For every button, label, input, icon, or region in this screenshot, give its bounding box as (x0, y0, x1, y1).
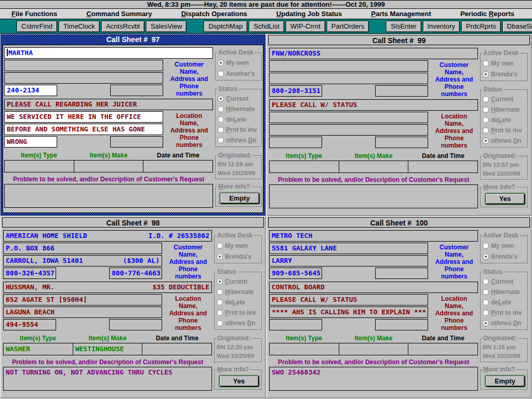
menu-command-summary[interactable]: Command Summary (86, 10, 152, 18)
customer-city-field[interactable] (269, 73, 428, 84)
customer-phone1-field[interactable]: 909-685-5645 (269, 268, 322, 279)
problem-field[interactable] (269, 184, 478, 208)
status-option-prnt-to-inv[interactable]: Prnt to inv (218, 125, 261, 135)
status-option-prnt-to-inv[interactable]: Prnt to inv (217, 308, 261, 318)
menu-file-functions[interactable]: File Functions (11, 10, 57, 18)
status-option-delete[interactable]: deLete (483, 115, 527, 125)
location-city-field[interactable]: **** AHS IS CALLING HIM TO EXPLAIN *** (269, 307, 428, 318)
location-phone2-field[interactable] (375, 137, 428, 148)
location-name-field[interactable]: CONTROL BOARD (269, 282, 478, 293)
radio-my-own[interactable]: My own (217, 240, 261, 251)
location-name-field[interactable]: PLEASE CALL W/ STATUS (269, 99, 478, 111)
location-name-field[interactable]: HUSSMAN, MR.$35 DEDUCTIBLE (3, 282, 212, 293)
problem-field[interactable] (4, 184, 213, 208)
customer-phone2-field[interactable]: 800-776-4663 (109, 268, 162, 279)
customer-city-field[interactable]: LARRY (269, 255, 428, 267)
location-address-field[interactable]: WE SERVICED IT HERE IN THE OFFICE (4, 111, 163, 123)
location-phone2-field[interactable] (375, 319, 428, 330)
status-option-hibernate[interactable]: Hibernate (483, 287, 527, 297)
customer-phone2-field[interactable] (375, 268, 428, 279)
radio-brendas[interactable]: Brenda's (483, 69, 527, 79)
toolbar-button-prdcrprts[interactable]: PrdcRprts (461, 21, 501, 32)
radio-anothers[interactable]: Another's (218, 68, 261, 79)
status-option-hibernate[interactable]: Hibernate (483, 104, 527, 115)
location-phone1-field[interactable] (269, 319, 322, 330)
status-option-othrws-dn[interactable]: othrws Dn (217, 318, 261, 328)
location-city-field[interactable] (269, 124, 428, 136)
customer-name-field[interactable]: FNW/NORCROSS (269, 48, 478, 59)
status-option-othrws-dn[interactable]: othrws Dn (483, 136, 527, 146)
radio-my-own[interactable]: My own (483, 240, 527, 251)
toolbar-button-salesview[interactable]: SalesView (146, 21, 187, 32)
menu-updating-job-status[interactable]: Updating Job Status (276, 10, 342, 18)
location-city-field[interactable]: BEFORE AND SOMETHING ELSE HAS GONE (4, 124, 163, 135)
status-option-current[interactable]: Current (218, 94, 261, 104)
radio-my-own[interactable]: My own (218, 57, 261, 68)
status-option-hibernate[interactable]: Hibernate (217, 287, 261, 297)
radio-brendas[interactable]: Brenda's (483, 251, 527, 262)
customer-city-field[interactable] (4, 72, 163, 84)
problem-field[interactable]: NOT TURNING ON, NOT ADVANCING THRU CYCLE… (3, 367, 212, 391)
toolbar-button-acntsrcvbl[interactable]: AcntsRcvbl (101, 21, 144, 32)
toolbar-button-timeclock[interactable]: TimeClock (59, 21, 100, 32)
item-make-field[interactable] (339, 343, 409, 355)
location-phone2-field[interactable] (110, 136, 163, 148)
customer-phone2-field[interactable] (375, 85, 428, 97)
item-type-field[interactable]: WASHER (3, 343, 73, 355)
status-option-current[interactable]: Current (483, 94, 527, 104)
location-phone2-field[interactable] (109, 319, 162, 330)
item-type-field[interactable] (4, 160, 74, 172)
toolbar-button-wip-crrnt[interactable]: WIP-Crrnt (286, 21, 325, 32)
status-option-prnt-to-inv[interactable]: Prnt to inv (483, 125, 527, 136)
date-time-field[interactable] (408, 161, 478, 173)
customer-phone2-field[interactable] (110, 85, 163, 96)
toolbar-button-inventory[interactable]: Inventory (423, 21, 460, 32)
date-time-field[interactable] (408, 343, 478, 355)
toolbar-button-partorders[interactable]: PartOrders (327, 21, 369, 32)
radio-brendas[interactable]: Brenda's (217, 251, 261, 262)
status-option-delete[interactable]: deLete (217, 297, 261, 308)
toolbar-button-schdlist[interactable]: SchdList (249, 21, 284, 32)
toolbar-button-slsenter[interactable]: SlsEnter (386, 21, 421, 32)
status-option-hibernate[interactable]: Hibernate (218, 104, 261, 114)
customer-city-field[interactable]: CARROLL, IOWA 51401($300 AL) (3, 255, 162, 267)
customer-name-field[interactable]: AMERICAN HOME SHIELDI.D. # 26535802 (3, 230, 212, 242)
customer-phone1-field[interactable]: 800-326-4357 (3, 268, 56, 279)
customer-phone1-field[interactable]: 240-2134 (4, 85, 57, 96)
location-city-field[interactable]: LAGUNA BEACH (3, 307, 162, 318)
menu-periodic-reports[interactable]: Periodic Reports (460, 10, 514, 18)
menu-dispatch-operations[interactable]: Dispatch Operations (181, 10, 247, 18)
problem-field[interactable]: SWO 25460342 (269, 367, 478, 391)
status-option-othrws-dn[interactable]: othrws Dn (483, 318, 527, 328)
status-option-delete[interactable]: deLete (218, 114, 261, 125)
status-option-othrws-dn[interactable]: othrws Dn (218, 135, 261, 145)
status-option-current[interactable]: Current (217, 276, 261, 287)
date-time-field[interactable] (142, 343, 212, 355)
more-info-button[interactable]: Yes (219, 376, 259, 387)
item-type-field[interactable] (269, 161, 339, 173)
date-time-field[interactable] (143, 160, 213, 172)
toolbar-button-cstmrfind[interactable]: CstmrFind (17, 21, 57, 32)
customer-address-field[interactable]: P.O. BOX 866 (3, 243, 162, 254)
more-info-button[interactable]: Empty (220, 193, 259, 204)
item-type-field[interactable] (269, 343, 339, 355)
location-address-field[interactable]: PLEASE CALL W/ STATUS (269, 294, 428, 305)
customer-address-field[interactable] (269, 60, 428, 72)
menu-parts-management[interactable]: Parts Management (371, 10, 431, 18)
toolbar-button-dsptchmap[interactable]: DsptchMap (204, 21, 247, 32)
location-phone1-field[interactable]: WRONG (4, 136, 57, 148)
customer-address-field[interactable]: 5581 GALAXY LANE (269, 243, 428, 254)
item-make-field[interactable] (339, 161, 409, 173)
location-name-field[interactable]: PLEASE CALL REGARDING HER JUICER (4, 99, 213, 110)
location-address-field[interactable]: 652 AGATE ST [950H4] (3, 294, 162, 305)
location-phone1-field[interactable] (269, 137, 322, 148)
status-option-prnt-to-inv[interactable]: Prnt to inv (483, 308, 527, 318)
item-make-field[interactable] (74, 160, 144, 172)
customer-address-field[interactable] (4, 60, 163, 71)
customer-name-field[interactable]: METRO TECH (269, 230, 478, 242)
more-info-button[interactable]: Empty (485, 376, 525, 387)
location-phone1-field[interactable]: 494-9554 (3, 319, 56, 330)
customer-name-field[interactable]: MARTHA (4, 47, 213, 59)
status-option-current[interactable]: Current (483, 276, 527, 287)
status-option-delete[interactable]: deLete (483, 297, 527, 308)
